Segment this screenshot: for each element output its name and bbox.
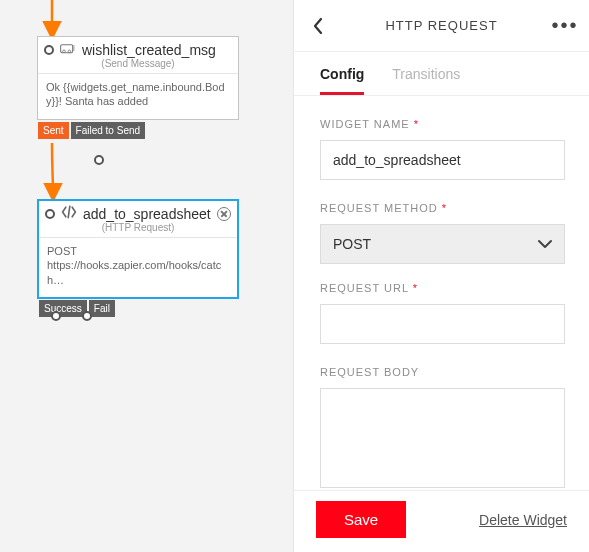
- pill-failed[interactable]: Failed to Send: [71, 122, 146, 139]
- send-message-icon: [60, 41, 76, 58]
- tab-transitions[interactable]: Transitions: [392, 66, 460, 95]
- config-form[interactable]: WIDGET NAME * REQUEST METHOD * REQUEST U…: [294, 96, 589, 490]
- widget-subtype: (Send Message): [38, 58, 238, 73]
- port-fail[interactable]: [82, 311, 92, 321]
- panel-title: HTTP REQUEST: [338, 18, 545, 33]
- input-port-icon: [44, 45, 54, 55]
- request-url-input[interactable]: [320, 304, 565, 344]
- widget-title: add_to_spreadsheet: [83, 206, 211, 222]
- port-success[interactable]: [51, 311, 61, 321]
- widget-body: Ok {{widgets.get_name.inbound.Body}}! Sa…: [38, 73, 238, 119]
- body-method: POST: [47, 244, 229, 258]
- label-request-url: REQUEST URL *: [320, 282, 565, 294]
- back-button[interactable]: [298, 17, 338, 35]
- body-url: https://hooks.zapier.com/hooks/catch…: [47, 258, 229, 287]
- chevron-left-icon: [312, 17, 324, 35]
- widget-subtype: (HTTP Request): [39, 222, 237, 237]
- config-panel: HTTP REQUEST ••• Config Transitions WIDG…: [293, 0, 589, 552]
- ellipsis-icon: •••: [551, 14, 578, 37]
- label-request-method: REQUEST METHOD *: [320, 202, 565, 214]
- more-button[interactable]: •••: [545, 14, 585, 37]
- save-button[interactable]: Save: [316, 501, 406, 538]
- request-method-select[interactable]: [320, 224, 565, 264]
- label-widget-name: WIDGET NAME *: [320, 118, 565, 130]
- widget-title: wishlist_created_msg: [82, 42, 232, 58]
- widget-wishlist-created-msg[interactable]: wishlist_created_msg (Send Message) Ok {…: [37, 36, 239, 120]
- pill-fail[interactable]: Fail: [89, 300, 115, 317]
- input-port-icon: [45, 209, 55, 219]
- port-failed-to-send[interactable]: [94, 155, 104, 165]
- pill-success[interactable]: Success: [39, 300, 87, 317]
- delete-widget-link[interactable]: Delete Widget: [479, 512, 567, 528]
- flow-canvas[interactable]: wishlist_created_msg (Send Message) Ok {…: [0, 0, 293, 552]
- http-request-icon: [61, 205, 77, 222]
- close-icon[interactable]: [217, 207, 231, 221]
- widget-name-input[interactable]: [320, 140, 565, 180]
- request-body-textarea[interactable]: [320, 388, 565, 488]
- pill-sent[interactable]: Sent: [38, 122, 69, 139]
- panel-footer: Save Delete Widget: [294, 490, 589, 552]
- label-request-body: REQUEST BODY: [320, 366, 565, 378]
- widget-add-to-spreadsheet[interactable]: add_to_spreadsheet (HTTP Request) POST h…: [37, 199, 239, 299]
- panel-tabs: Config Transitions: [294, 52, 589, 96]
- svg-point-2: [68, 50, 71, 53]
- widget-body: POST https://hooks.zapier.com/hooks/catc…: [39, 237, 237, 297]
- request-method-value[interactable]: [320, 224, 565, 264]
- tab-config[interactable]: Config: [320, 66, 364, 95]
- svg-point-1: [63, 50, 66, 53]
- panel-header: HTTP REQUEST •••: [294, 0, 589, 52]
